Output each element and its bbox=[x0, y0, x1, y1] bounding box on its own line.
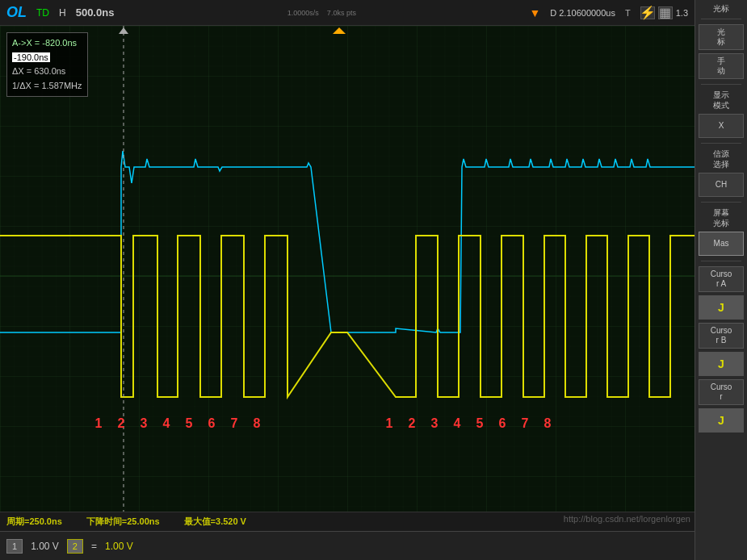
x-label: X bbox=[719, 121, 724, 131]
ch-source-btn[interactable]: CH bbox=[699, 173, 744, 197]
cursor-j1-btn[interactable]: J bbox=[699, 295, 744, 320]
flash-icon[interactable]: ⚡ bbox=[640, 6, 655, 19]
divider-5 bbox=[701, 261, 741, 261]
timebase-value: 500.0ns bbox=[76, 6, 115, 19]
num-label-1-6: 6 bbox=[200, 416, 223, 431]
t-label: T bbox=[625, 8, 631, 18]
num-label-1-1: 1 bbox=[87, 416, 110, 431]
j1-label: J bbox=[718, 301, 724, 315]
num-label-2-6: 6 bbox=[491, 416, 514, 431]
toolbar: OL TD H 500.0ns 1.0000s/s 7.0ks pts ▼ D … bbox=[0, 0, 695, 26]
watermark: http://blog.csdn.net/lorgenlorgen bbox=[564, 514, 690, 524]
right-panel: 光标 光标 手动 显示模式 X 信源选择 CH 屏幕光标 Mas Cursor … bbox=[695, 0, 747, 560]
cursor-c-label: Cursor bbox=[711, 382, 732, 402]
toolbar-icons: ⚡ ▦ 1.3 bbox=[640, 6, 688, 19]
j3-label: J bbox=[718, 414, 724, 428]
ch2-badge[interactable]: 2 bbox=[67, 539, 83, 554]
trigger-arrow: ▼ bbox=[529, 6, 540, 19]
divider-4 bbox=[701, 202, 741, 203]
j2-label: J bbox=[718, 357, 724, 371]
num-label-2-3: 3 bbox=[423, 416, 446, 431]
display-area: A->X = -820.0ns -190.0ns ΔX = 630.0ns 1/… bbox=[0, 26, 695, 526]
trigger-info: 1.0000s/s 7.0ks pts bbox=[124, 9, 519, 17]
cursor-j3-btn[interactable]: J bbox=[699, 408, 744, 433]
display-mode-label: 显示模式 bbox=[713, 90, 729, 111]
oscilloscope-display: OL TD H 500.0ns 1.0000s/s 7.0ks pts ▼ D … bbox=[0, 0, 747, 560]
ch2-eq: = bbox=[91, 541, 97, 552]
divider-1 bbox=[701, 19, 741, 19]
ch-label: CH bbox=[716, 180, 727, 190]
cursor-title: 光标 bbox=[713, 3, 729, 14]
num-label-2-8: 8 bbox=[536, 416, 559, 431]
num-label-1-4: 4 bbox=[155, 416, 178, 431]
mas-label: Mas bbox=[714, 239, 729, 249]
source-label: 信源选择 bbox=[713, 148, 729, 169]
channel-numbers-1: 1 2 3 4 5 6 7 8 bbox=[87, 416, 268, 431]
fall-time-value: 下降时间=25.00ns bbox=[86, 516, 160, 528]
cursor-delta-x: ΔX = 630.0ns bbox=[12, 65, 82, 79]
ch2-voltage: 1.00 V bbox=[105, 541, 133, 552]
cursor-a-x: A->X = -820.0ns bbox=[12, 36, 82, 51]
num-label-1-3: 3 bbox=[132, 416, 155, 431]
cursor-j2-btn[interactable]: J bbox=[699, 352, 744, 376]
screen-cursor-label: 屏幕光标 bbox=[713, 207, 729, 228]
manual-mode-btn[interactable]: 手动 bbox=[699, 53, 744, 79]
num-label-1-2: 2 bbox=[110, 416, 132, 431]
cursor-b-x: -190.0ns bbox=[12, 51, 82, 65]
num-label-1-5: 5 bbox=[178, 416, 200, 431]
cursor-b-label: Cursor B bbox=[711, 326, 732, 345]
d-value: D 2.10600000us bbox=[550, 8, 615, 18]
channel-bar: 1 1.00 V 2 = 1.00 V bbox=[0, 531, 695, 560]
num-label-2-1: 1 bbox=[378, 416, 401, 431]
td-label: TD bbox=[36, 7, 49, 19]
right-val: 1.3 bbox=[676, 8, 688, 18]
cursor-b-btn[interactable]: Cursor B bbox=[699, 323, 744, 349]
waveform-svg bbox=[0, 26, 695, 526]
period-value: 周期=250.0ns bbox=[6, 516, 62, 528]
x-mode-btn[interactable]: X bbox=[699, 114, 744, 138]
cursor-inv-dx: 1/ΔX = 1.587MHz bbox=[12, 79, 82, 94]
ch1-voltage: 1.00 V bbox=[31, 541, 59, 552]
mas-btn[interactable]: Mas bbox=[699, 232, 744, 256]
num-label-1-8: 8 bbox=[246, 416, 268, 431]
logo: OL bbox=[6, 4, 27, 21]
cursor-hand-btn[interactable]: 光标 bbox=[699, 24, 744, 50]
cursor-a-label: Cursor A bbox=[711, 270, 732, 289]
manual-label: 手动 bbox=[717, 56, 725, 76]
ch1-badge[interactable]: 1 bbox=[6, 539, 23, 554]
num-label-1-7: 7 bbox=[223, 416, 246, 431]
divider-3 bbox=[701, 143, 741, 144]
h-label: H bbox=[59, 7, 66, 19]
num-label-2-7: 7 bbox=[514, 416, 536, 431]
num-label-2-2: 2 bbox=[401, 416, 423, 431]
cursor-c-btn[interactable]: Cursor bbox=[699, 379, 744, 405]
num-label-2-4: 4 bbox=[446, 416, 468, 431]
cursor-a-btn[interactable]: Cursor A bbox=[699, 266, 744, 292]
divider-2 bbox=[701, 84, 741, 85]
max-value: 最大值=3.520 V bbox=[184, 516, 246, 528]
grid-icon[interactable]: ▦ bbox=[658, 6, 673, 19]
num-label-2-5: 5 bbox=[468, 416, 491, 431]
cursor-measurements: A->X = -820.0ns -190.0ns ΔX = 630.0ns 1/… bbox=[6, 32, 88, 97]
channel-numbers-2: 1 2 3 4 5 6 7 8 bbox=[378, 416, 559, 431]
cursor-hand-label: 光标 bbox=[717, 27, 725, 47]
